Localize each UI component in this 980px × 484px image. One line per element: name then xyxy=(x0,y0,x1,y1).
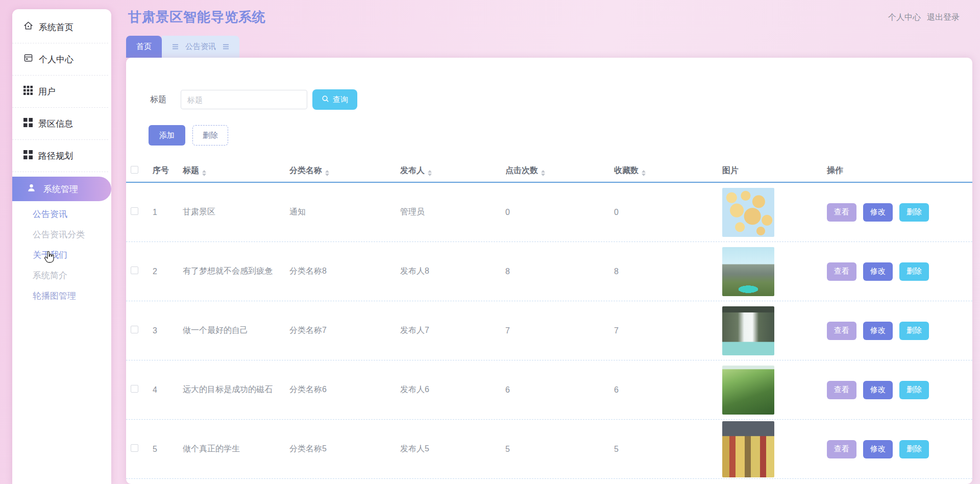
logout-link[interactable]: 退出登录 xyxy=(927,12,960,23)
sort-icon[interactable] xyxy=(642,170,646,176)
column-header-actions: 操作 xyxy=(827,165,972,176)
row-clicks: 6 xyxy=(505,385,614,395)
sidebar-item-scenic-info[interactable]: 景区信息 xyxy=(12,108,108,140)
grid2-icon xyxy=(23,150,33,162)
row-category: 通知 xyxy=(289,207,400,217)
search-icon xyxy=(322,95,329,104)
tab-bar: 首页 公告资讯 xyxy=(126,36,239,58)
row-title: 做一个最好的自己 xyxy=(183,325,289,336)
row-actions: 查看 修改 删除 xyxy=(827,381,972,399)
sidebar-item-home[interactable]: 系统首页 xyxy=(12,11,108,43)
edit-button[interactable]: 修改 xyxy=(863,381,893,399)
query-button-label: 查询 xyxy=(333,95,348,105)
content-card: 标题 查询 添加 删除 序号 标题 分类名称 发布人 点击次数 收藏数 图片 操… xyxy=(126,58,972,484)
submenu-item-about-us[interactable]: 关于我们 xyxy=(12,245,111,265)
table-header-row: 序号 标题 分类名称 发布人 点击次数 收藏数 图片 操作 xyxy=(126,160,972,183)
table-row: 4 远大的目标是成功的磁石 分类名称6 发布人6 6 6 查看 修改 删除 xyxy=(126,360,972,420)
sidebar-item-label: 用户 xyxy=(38,86,56,98)
row-clicks: 5 xyxy=(505,445,614,454)
delete-button[interactable]: 删除 xyxy=(899,381,929,399)
row-checkbox[interactable] xyxy=(131,267,138,274)
batch-delete-button[interactable]: 删除 xyxy=(192,125,228,146)
sidebar-item-system-management[interactable]: 系统管理 xyxy=(12,177,111,201)
gansu-map-thumbnail xyxy=(722,188,774,237)
row-title: 远大的目标是成功的磁石 xyxy=(183,384,289,395)
row-checkbox[interactable] xyxy=(131,385,138,393)
sidebar-item-route-planning[interactable]: 路径规划 xyxy=(12,140,108,172)
sidebar-item-label: 系统管理 xyxy=(43,183,78,195)
sort-icon[interactable] xyxy=(428,170,432,176)
tab-label[interactable]: 公告资讯 xyxy=(185,42,216,52)
row-category: 分类名称7 xyxy=(289,325,400,336)
row-actions: 查看 修改 删除 xyxy=(827,203,972,222)
grid3-icon xyxy=(23,86,33,98)
row-checkbox[interactable] xyxy=(131,326,138,333)
view-button[interactable]: 查看 xyxy=(827,322,856,340)
view-button[interactable]: 查看 xyxy=(827,440,856,458)
tab-menu-icon[interactable] xyxy=(223,42,229,51)
delete-button[interactable]: 删除 xyxy=(899,440,929,458)
row-publisher: 发布人7 xyxy=(400,325,505,336)
sidebar-item-label: 个人中心 xyxy=(39,54,74,65)
delete-button[interactable]: 删除 xyxy=(899,203,929,222)
delete-button[interactable]: 删除 xyxy=(899,262,929,281)
row-favorites: 7 xyxy=(614,326,722,335)
row-publisher: 发布人5 xyxy=(400,444,505,454)
column-header-clicks: 点击次数 xyxy=(505,165,614,176)
submenu-item-announcements[interactable]: 公告资讯 xyxy=(12,204,111,225)
row-category: 分类名称8 xyxy=(289,266,400,277)
tab-announcements[interactable]: 公告资讯 xyxy=(162,36,239,58)
search-field-label: 标题 xyxy=(150,94,181,105)
column-header-title: 标题 xyxy=(183,165,289,176)
column-header-image: 图片 xyxy=(722,165,827,176)
european-street-thumbnail xyxy=(722,421,774,477)
submenu-item-carousel-management[interactable]: 轮播图管理 xyxy=(12,286,111,306)
sort-icon[interactable] xyxy=(325,170,329,176)
query-button[interactable]: 查询 xyxy=(312,89,357,110)
row-publisher: 管理员 xyxy=(400,207,505,217)
sort-icon[interactable] xyxy=(202,170,206,176)
page-title: 甘肃景区智能导览系统 xyxy=(128,8,266,26)
row-title: 有了梦想就不会感到疲惫 xyxy=(183,266,289,277)
row-clicks: 8 xyxy=(505,267,614,276)
row-checkbox[interactable] xyxy=(131,207,138,215)
row-favorites: 8 xyxy=(614,267,722,276)
sort-icon[interactable] xyxy=(541,170,545,176)
sidebar-submenu: 公告资讯 公告资讯分类 关于我们 系统简介 轮播图管理 xyxy=(12,204,111,306)
row-publisher: 发布人8 xyxy=(400,266,505,277)
sidebar-item-label: 路径规划 xyxy=(38,150,73,162)
search-input[interactable] xyxy=(181,90,307,109)
tab-menu-icon[interactable] xyxy=(172,42,179,51)
delete-button[interactable]: 删除 xyxy=(899,322,929,340)
row-index: 2 xyxy=(153,267,183,276)
row-index: 5 xyxy=(153,445,183,454)
row-clicks: 0 xyxy=(505,208,614,217)
view-button[interactable]: 查看 xyxy=(827,203,856,222)
submenu-item-system-intro[interactable]: 系统简介 xyxy=(12,265,111,286)
view-button[interactable]: 查看 xyxy=(827,262,856,281)
edit-button[interactable]: 修改 xyxy=(863,440,893,458)
edit-button[interactable]: 修改 xyxy=(863,322,893,340)
row-checkbox[interactable] xyxy=(131,444,138,452)
submenu-item-announcement-categories[interactable]: 公告资讯分类 xyxy=(12,225,111,245)
edit-button[interactable]: 修改 xyxy=(863,203,893,222)
row-category: 分类名称6 xyxy=(289,384,400,395)
row-actions: 查看 修改 删除 xyxy=(827,322,972,340)
row-actions: 查看 修改 删除 xyxy=(827,262,972,281)
sidebar-item-profile[interactable]: 个人中心 xyxy=(12,43,108,76)
user-icon xyxy=(27,183,36,195)
add-button[interactable]: 添加 xyxy=(149,125,185,146)
view-button[interactable]: 查看 xyxy=(827,381,856,399)
sidebar-item-label: 景区信息 xyxy=(38,118,73,130)
edit-button[interactable]: 修改 xyxy=(863,262,893,281)
sidebar-item-label: 系统首页 xyxy=(39,21,74,33)
search-form: 标题 查询 xyxy=(150,89,972,110)
column-header-favorites: 收藏数 xyxy=(614,165,722,176)
green-hills-thumbnail xyxy=(722,366,774,415)
grid2-icon xyxy=(23,118,33,130)
row-clicks: 7 xyxy=(505,326,614,335)
tab-home[interactable]: 首页 xyxy=(126,36,162,58)
profile-link[interactable]: 个人中心 xyxy=(888,12,921,23)
sidebar-item-users[interactable]: 用户 xyxy=(12,76,108,108)
select-all-checkbox[interactable] xyxy=(131,166,138,174)
